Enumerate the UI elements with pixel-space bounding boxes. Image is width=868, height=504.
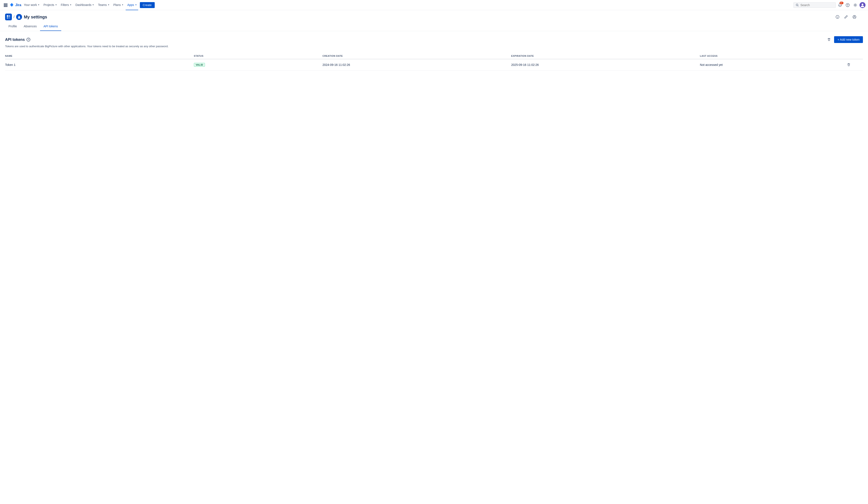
status-badge: VALID bbox=[194, 63, 205, 67]
svg-point-13 bbox=[855, 4, 856, 6]
nav-label-plans: Plans bbox=[113, 3, 121, 7]
search-input[interactable] bbox=[800, 3, 834, 7]
svg-text:i: i bbox=[837, 16, 838, 19]
table-header-row: NAME STATUS CREATION DATE EXPIRATION DAT… bbox=[5, 53, 863, 59]
cell-expiration-date: 2025-09-16 11:02:26 bbox=[511, 59, 700, 71]
edit-button[interactable] bbox=[843, 13, 849, 20]
gear-icon bbox=[853, 3, 857, 7]
section-title: API tokens bbox=[5, 38, 25, 42]
svg-rect-18 bbox=[9, 15, 10, 17]
svg-rect-3 bbox=[4, 5, 5, 6]
col-header-actions bbox=[846, 53, 863, 59]
nav-label-your-work: Your work bbox=[24, 3, 37, 7]
edit-icon bbox=[844, 15, 848, 19]
tab-profile[interactable]: Profile bbox=[5, 22, 20, 31]
help-circle-icon[interactable]: ? bbox=[27, 38, 30, 42]
navbar: Jira Your work ▾ Projects ▾ Filters ▾ Da… bbox=[0, 0, 868, 10]
col-header-creation-date: CREATION DATE bbox=[322, 53, 512, 59]
svg-point-15 bbox=[862, 3, 863, 5]
trash-icon bbox=[847, 63, 850, 66]
avatar[interactable] bbox=[859, 2, 866, 8]
breadcrumb-title-area: My settings bbox=[16, 14, 47, 20]
row-delete-button[interactable] bbox=[846, 62, 852, 68]
jira-logo[interactable]: Jira bbox=[9, 2, 21, 8]
create-button[interactable]: Create bbox=[140, 2, 155, 8]
svg-rect-17 bbox=[7, 15, 8, 17]
svg-rect-19 bbox=[7, 17, 8, 19]
chevron-down-icon: ▾ bbox=[108, 3, 109, 6]
chevron-down-icon: ▾ bbox=[122, 3, 123, 6]
help-icon: ? bbox=[846, 3, 850, 7]
breadcrumb-separator: / bbox=[13, 15, 14, 19]
settings-button[interactable] bbox=[852, 2, 859, 9]
nav-item-teams[interactable]: Teams ▾ bbox=[96, 0, 111, 10]
info-button[interactable]: i bbox=[834, 13, 841, 20]
svg-point-25 bbox=[854, 16, 855, 17]
breadcrumb: / My settings bbox=[5, 13, 834, 20]
col-header-expiration-date: EXPIRATION DATE bbox=[511, 53, 700, 59]
section-description: Tokens are used to authenticate BigPictu… bbox=[5, 45, 863, 48]
nav-right-area: 9+ ? bbox=[793, 2, 866, 9]
notification-badge: 9+ bbox=[840, 2, 844, 4]
bigpicture-icon bbox=[5, 13, 12, 20]
svg-line-10 bbox=[798, 6, 798, 6]
col-header-last-access: LAST ACCESS bbox=[700, 53, 846, 59]
user-icon bbox=[16, 14, 22, 20]
chevron-down-icon: ▾ bbox=[70, 3, 71, 6]
cell-token-name: Token 1 bbox=[5, 59, 194, 71]
cell-creation-date: 2024-09-16 11:02:26 bbox=[322, 59, 512, 71]
content-area: API tokens ? + Add new token Tokens are … bbox=[0, 31, 868, 76]
bulk-delete-button[interactable] bbox=[826, 36, 833, 43]
nav-item-your-work[interactable]: Your work ▾ bbox=[22, 0, 41, 10]
svg-rect-8 bbox=[6, 6, 8, 7]
tab-api-tokens[interactable]: API tokens bbox=[40, 22, 61, 31]
svg-rect-16 bbox=[5, 13, 12, 20]
tokens-table: NAME STATUS CREATION DATE EXPIRATION DAT… bbox=[5, 53, 863, 71]
nav-label-teams: Teams bbox=[98, 3, 106, 7]
nav-item-plans[interactable]: Plans ▾ bbox=[112, 0, 125, 10]
svg-rect-20 bbox=[9, 17, 10, 19]
svg-rect-5 bbox=[6, 5, 8, 6]
chevron-down-icon: ▾ bbox=[135, 3, 136, 6]
section-header: API tokens ? + Add new token bbox=[5, 36, 863, 43]
user-button[interactable] bbox=[851, 13, 858, 20]
notifications-button[interactable]: 9+ bbox=[837, 2, 844, 9]
nav-label-dashboards: Dashboards bbox=[75, 3, 92, 7]
svg-rect-4 bbox=[5, 5, 6, 6]
svg-rect-0 bbox=[4, 3, 5, 4]
col-header-status: STATUS bbox=[194, 53, 322, 59]
jira-logo-text: Jira bbox=[15, 3, 21, 7]
nav-label-apps: Apps bbox=[127, 3, 134, 7]
nav-item-filters[interactable]: Filters ▾ bbox=[59, 0, 73, 10]
trash-icon bbox=[827, 38, 831, 42]
tabs-bar: Profile Absences API tokens bbox=[0, 22, 868, 31]
user-circle-icon bbox=[852, 15, 856, 19]
nav-item-projects[interactable]: Projects ▾ bbox=[42, 0, 58, 10]
cell-token-status: VALID bbox=[194, 59, 322, 71]
nav-item-apps[interactable]: Apps ▾ bbox=[126, 0, 138, 10]
svg-rect-2 bbox=[6, 3, 8, 4]
svg-rect-6 bbox=[4, 6, 5, 7]
tab-absences[interactable]: Absences bbox=[20, 22, 40, 31]
chevron-down-icon: ▾ bbox=[38, 3, 39, 6]
cell-last-access: Not accessed yet bbox=[700, 59, 846, 71]
svg-point-21 bbox=[19, 16, 20, 17]
help-button[interactable]: ? bbox=[844, 2, 851, 9]
svg-rect-7 bbox=[5, 6, 6, 7]
search-box[interactable] bbox=[793, 2, 836, 8]
info-icon: i bbox=[836, 15, 839, 19]
table-row: Token 1VALID2024-09-16 11:02:262025-09-1… bbox=[5, 59, 863, 71]
svg-rect-1 bbox=[5, 3, 6, 4]
nav-label-projects: Projects bbox=[43, 3, 54, 7]
section-title-row: API tokens ? bbox=[5, 38, 30, 42]
grid-icon[interactable] bbox=[2, 2, 9, 8]
svg-text:?: ? bbox=[847, 4, 848, 7]
search-icon bbox=[796, 3, 799, 7]
add-token-button[interactable]: + Add new token bbox=[834, 36, 863, 43]
cell-actions bbox=[846, 59, 863, 71]
col-header-name: NAME bbox=[5, 53, 194, 59]
nav-label-filters: Filters bbox=[61, 3, 69, 7]
chevron-down-icon: ▾ bbox=[55, 3, 56, 6]
page-title: My settings bbox=[24, 14, 47, 20]
nav-item-dashboards[interactable]: Dashboards ▾ bbox=[74, 0, 95, 10]
